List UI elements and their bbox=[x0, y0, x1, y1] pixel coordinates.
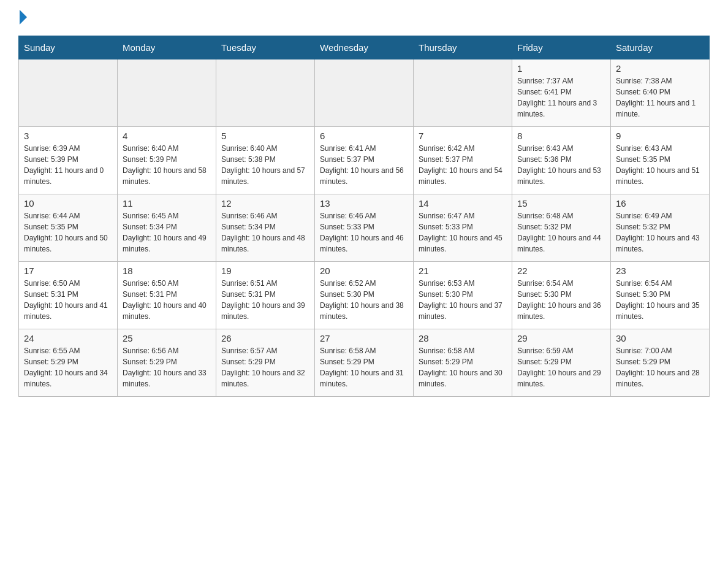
day-cell: 20Sunrise: 6:52 AMSunset: 5:30 PMDayligh… bbox=[315, 262, 414, 329]
calendar-body: 1Sunrise: 7:37 AMSunset: 6:41 PMDaylight… bbox=[19, 59, 710, 397]
day-number: 9 bbox=[616, 131, 704, 141]
day-info: Sunrise: 6:54 AMSunset: 5:30 PMDaylight:… bbox=[517, 278, 605, 322]
day-info: Sunrise: 6:55 AMSunset: 5:29 PMDaylight:… bbox=[24, 345, 112, 389]
week-row-1: 1Sunrise: 7:37 AMSunset: 6:41 PMDaylight… bbox=[19, 59, 710, 127]
day-cell bbox=[118, 59, 216, 127]
day-info: Sunrise: 6:41 AMSunset: 5:37 PMDaylight:… bbox=[320, 143, 408, 187]
day-info: Sunrise: 6:40 AMSunset: 5:39 PMDaylight:… bbox=[123, 143, 211, 187]
day-number: 27 bbox=[320, 333, 408, 343]
day-number: 18 bbox=[123, 266, 211, 276]
week-row-3: 10Sunrise: 6:44 AMSunset: 5:35 PMDayligh… bbox=[19, 194, 710, 262]
day-info: Sunrise: 6:40 AMSunset: 5:38 PMDaylight:… bbox=[221, 143, 309, 187]
header-day-sunday: Sunday bbox=[19, 36, 118, 59]
day-info: Sunrise: 6:39 AMSunset: 5:39 PMDaylight:… bbox=[24, 143, 112, 187]
week-row-5: 24Sunrise: 6:55 AMSunset: 5:29 PMDayligh… bbox=[19, 329, 710, 397]
day-cell: 23Sunrise: 6:54 AMSunset: 5:30 PMDayligh… bbox=[611, 262, 710, 329]
day-number: 3 bbox=[24, 131, 112, 141]
day-cell: 30Sunrise: 7:00 AMSunset: 5:29 PMDayligh… bbox=[611, 329, 710, 397]
day-number: 12 bbox=[221, 198, 309, 209]
day-info: Sunrise: 6:45 AMSunset: 5:34 PMDaylight:… bbox=[123, 210, 211, 255]
day-number: 28 bbox=[419, 333, 507, 343]
day-number: 19 bbox=[221, 266, 309, 276]
day-cell bbox=[315, 59, 414, 127]
day-info: Sunrise: 6:50 AMSunset: 5:31 PMDaylight:… bbox=[123, 278, 211, 322]
day-info: Sunrise: 6:42 AMSunset: 5:37 PMDaylight:… bbox=[419, 143, 507, 187]
day-number: 1 bbox=[517, 63, 605, 74]
day-info: Sunrise: 6:46 AMSunset: 5:33 PMDaylight:… bbox=[320, 210, 408, 255]
day-info: Sunrise: 6:57 AMSunset: 5:29 PMDaylight:… bbox=[221, 345, 309, 389]
day-number: 7 bbox=[419, 131, 507, 141]
day-number: 26 bbox=[221, 333, 309, 343]
day-cell: 26Sunrise: 6:57 AMSunset: 5:29 PMDayligh… bbox=[216, 329, 315, 397]
day-info: Sunrise: 6:51 AMSunset: 5:31 PMDaylight:… bbox=[221, 278, 309, 322]
calendar-table: SundayMondayTuesdayWednesdayThursdayFrid… bbox=[18, 36, 710, 397]
day-info: Sunrise: 6:56 AMSunset: 5:29 PMDaylight:… bbox=[123, 345, 211, 389]
day-info: Sunrise: 6:58 AMSunset: 5:29 PMDaylight:… bbox=[419, 345, 507, 389]
day-number: 21 bbox=[419, 266, 507, 276]
header-day-saturday: Saturday bbox=[611, 36, 710, 59]
day-number: 15 bbox=[517, 198, 605, 209]
day-cell: 12Sunrise: 6:46 AMSunset: 5:34 PMDayligh… bbox=[216, 194, 315, 262]
page-header bbox=[18, 12, 710, 25]
day-info: Sunrise: 7:00 AMSunset: 5:29 PMDaylight:… bbox=[616, 345, 704, 389]
day-cell: 25Sunrise: 6:56 AMSunset: 5:29 PMDayligh… bbox=[118, 329, 216, 397]
day-cell: 19Sunrise: 6:51 AMSunset: 5:31 PMDayligh… bbox=[216, 262, 315, 329]
day-cell: 27Sunrise: 6:58 AMSunset: 5:29 PMDayligh… bbox=[315, 329, 414, 397]
day-cell: 7Sunrise: 6:42 AMSunset: 5:37 PMDaylight… bbox=[414, 127, 512, 194]
day-info: Sunrise: 6:49 AMSunset: 5:32 PMDaylight:… bbox=[616, 210, 704, 255]
day-number: 20 bbox=[320, 266, 408, 276]
day-info: Sunrise: 6:52 AMSunset: 5:30 PMDaylight:… bbox=[320, 278, 408, 322]
day-cell: 15Sunrise: 6:48 AMSunset: 5:32 PMDayligh… bbox=[512, 194, 611, 262]
day-number: 22 bbox=[517, 266, 605, 276]
header-day-friday: Friday bbox=[512, 36, 611, 59]
day-cell: 10Sunrise: 6:44 AMSunset: 5:35 PMDayligh… bbox=[19, 194, 118, 262]
day-info: Sunrise: 6:46 AMSunset: 5:34 PMDaylight:… bbox=[221, 210, 309, 255]
day-cell: 5Sunrise: 6:40 AMSunset: 5:38 PMDaylight… bbox=[216, 127, 315, 194]
day-cell: 16Sunrise: 6:49 AMSunset: 5:32 PMDayligh… bbox=[611, 194, 710, 262]
day-number: 5 bbox=[221, 131, 309, 141]
day-cell: 3Sunrise: 6:39 AMSunset: 5:39 PMDaylight… bbox=[19, 127, 118, 194]
day-cell: 8Sunrise: 6:43 AMSunset: 5:36 PMDaylight… bbox=[512, 127, 611, 194]
day-cell: 11Sunrise: 6:45 AMSunset: 5:34 PMDayligh… bbox=[118, 194, 216, 262]
day-info: Sunrise: 6:59 AMSunset: 5:29 PMDaylight:… bbox=[517, 345, 605, 389]
day-cell: 4Sunrise: 6:40 AMSunset: 5:39 PMDaylight… bbox=[118, 127, 216, 194]
header-day-wednesday: Wednesday bbox=[315, 36, 414, 59]
day-cell: 28Sunrise: 6:58 AMSunset: 5:29 PMDayligh… bbox=[414, 329, 512, 397]
day-cell: 24Sunrise: 6:55 AMSunset: 5:29 PMDayligh… bbox=[19, 329, 118, 397]
day-number: 14 bbox=[419, 198, 507, 209]
day-cell: 2Sunrise: 7:38 AMSunset: 6:40 PMDaylight… bbox=[611, 59, 710, 127]
header-day-tuesday: Tuesday bbox=[216, 36, 315, 59]
calendar-header: SundayMondayTuesdayWednesdayThursdayFrid… bbox=[19, 36, 710, 59]
day-cell: 21Sunrise: 6:53 AMSunset: 5:30 PMDayligh… bbox=[414, 262, 512, 329]
day-number: 29 bbox=[517, 333, 605, 343]
header-day-thursday: Thursday bbox=[414, 36, 512, 59]
logo bbox=[18, 12, 27, 25]
day-number: 2 bbox=[616, 63, 704, 74]
day-number: 24 bbox=[24, 333, 112, 343]
day-number: 13 bbox=[320, 198, 408, 209]
day-number: 4 bbox=[123, 131, 211, 141]
logo-triangle-icon bbox=[20, 10, 27, 25]
day-info: Sunrise: 6:48 AMSunset: 5:32 PMDaylight:… bbox=[517, 210, 605, 255]
day-number: 16 bbox=[616, 198, 704, 209]
day-cell bbox=[216, 59, 315, 127]
day-number: 23 bbox=[616, 266, 704, 276]
day-cell: 1Sunrise: 7:37 AMSunset: 6:41 PMDaylight… bbox=[512, 59, 611, 127]
day-info: Sunrise: 6:43 AMSunset: 5:35 PMDaylight:… bbox=[616, 143, 704, 187]
day-info: Sunrise: 7:38 AMSunset: 6:40 PMDaylight:… bbox=[616, 75, 704, 120]
day-cell: 14Sunrise: 6:47 AMSunset: 5:33 PMDayligh… bbox=[414, 194, 512, 262]
day-cell bbox=[19, 59, 118, 127]
day-info: Sunrise: 6:50 AMSunset: 5:31 PMDaylight:… bbox=[24, 278, 112, 322]
day-number: 6 bbox=[320, 131, 408, 141]
day-cell: 22Sunrise: 6:54 AMSunset: 5:30 PMDayligh… bbox=[512, 262, 611, 329]
day-info: Sunrise: 6:47 AMSunset: 5:33 PMDaylight:… bbox=[419, 210, 507, 255]
day-info: Sunrise: 6:54 AMSunset: 5:30 PMDaylight:… bbox=[616, 278, 704, 322]
day-number: 17 bbox=[24, 266, 112, 276]
day-cell: 13Sunrise: 6:46 AMSunset: 5:33 PMDayligh… bbox=[315, 194, 414, 262]
day-number: 11 bbox=[123, 198, 211, 209]
day-number: 10 bbox=[24, 198, 112, 209]
day-cell: 9Sunrise: 6:43 AMSunset: 5:35 PMDaylight… bbox=[611, 127, 710, 194]
day-info: Sunrise: 6:58 AMSunset: 5:29 PMDaylight:… bbox=[320, 345, 408, 389]
day-number: 8 bbox=[517, 131, 605, 141]
day-info: Sunrise: 6:43 AMSunset: 5:36 PMDaylight:… bbox=[517, 143, 605, 187]
